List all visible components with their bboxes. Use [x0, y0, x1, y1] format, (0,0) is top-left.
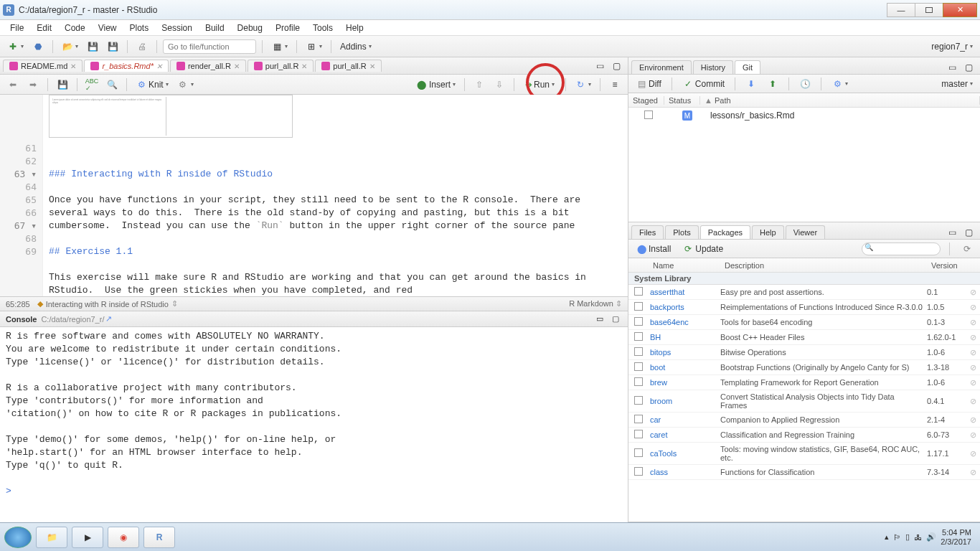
- media-task[interactable]: ▶: [72, 527, 103, 548]
- package-row[interactable]: assertthatEasy pre and post assertions.0…: [628, 285, 980, 300]
- env-minimize-icon[interactable]: ▭: [946, 61, 959, 74]
- console-wd-icon[interactable]: ↗: [105, 314, 112, 324]
- package-name[interactable]: BH: [649, 333, 720, 342]
- remove-icon[interactable]: ⊘: [966, 363, 980, 372]
- tray-expand-icon[interactable]: ▴: [885, 532, 889, 542]
- refresh-button[interactable]: ⟳: [958, 242, 976, 256]
- tab-readme-md[interactable]: README.md✕: [3, 60, 83, 72]
- menu-help[interactable]: Help: [340, 22, 369, 34]
- package-row[interactable]: caToolsTools: moving window statistics, …: [628, 443, 980, 465]
- package-row[interactable]: backportsReimplementations of Functions …: [628, 300, 980, 315]
- close-icon[interactable]: ✕: [301, 62, 307, 70]
- menu-view[interactable]: View: [93, 22, 123, 34]
- menu-tools[interactable]: Tools: [307, 22, 339, 34]
- push-button[interactable]: ⬆: [764, 77, 781, 91]
- run-button[interactable]: ➔Run ▾: [520, 77, 560, 92]
- package-name[interactable]: boot: [649, 363, 720, 372]
- addins-menu[interactable]: Addins ▾: [337, 40, 374, 53]
- package-checkbox[interactable]: [634, 317, 643, 326]
- file-mode[interactable]: R Markdown: [569, 299, 613, 308]
- tab-plots[interactable]: Plots: [665, 225, 698, 239]
- chrome-task[interactable]: ◉: [108, 527, 139, 548]
- close-icon[interactable]: ✕: [70, 62, 76, 70]
- panes-button[interactable]: ⊞▾: [303, 39, 325, 54]
- tray-battery-icon[interactable]: ▯: [905, 532, 910, 542]
- package-checkbox[interactable]: [634, 448, 643, 457]
- grid-button[interactable]: ▦▾: [268, 39, 291, 54]
- rstudio-task[interactable]: R: [143, 527, 175, 548]
- package-row[interactable]: bitopsBitwise Operations1.0-6⊘: [628, 345, 980, 360]
- package-row[interactable]: BHBoost C++ Header Files1.62.0-1⊘: [628, 330, 980, 345]
- update-button[interactable]: ⟳Update: [679, 242, 726, 256]
- menu-build[interactable]: Build: [199, 22, 230, 34]
- stage-checkbox[interactable]: [644, 110, 653, 119]
- menu-file[interactable]: File: [4, 22, 29, 34]
- package-name[interactable]: caret: [649, 430, 720, 439]
- source-maximize-icon[interactable]: ▢: [610, 60, 623, 72]
- remove-icon[interactable]: ⊘: [966, 397, 980, 406]
- close-icon[interactable]: ✕: [369, 62, 375, 70]
- package-name[interactable]: brew: [649, 378, 720, 387]
- remove-icon[interactable]: ⊘: [966, 449, 980, 458]
- remove-icon[interactable]: ⊘: [966, 348, 980, 357]
- knit-options-button[interactable]: ⚙▾: [174, 77, 197, 92]
- close-icon[interactable]: ✕: [234, 62, 240, 70]
- package-row[interactable]: base64encTools for base64 encoding0.1-3⊘: [628, 315, 980, 330]
- tray-flag-icon[interactable]: 🏳: [893, 533, 901, 542]
- console-body[interactable]: R is free software and comes with ABSOLU…: [0, 327, 628, 522]
- forward-button[interactable]: ➡: [24, 77, 42, 92]
- console-maximize-icon[interactable]: ▢: [609, 313, 622, 325]
- env-maximize-icon[interactable]: ▢: [962, 61, 976, 74]
- find-button[interactable]: 🔍: [103, 77, 121, 92]
- menu-session[interactable]: Session: [156, 22, 198, 34]
- package-name[interactable]: base64enc: [649, 318, 720, 326]
- code-editor[interactable]: Lorem ipsum dolor sit amet consectetur a…: [0, 95, 628, 296]
- tray-network-icon[interactable]: 🖧: [914, 533, 922, 542]
- package-checkbox[interactable]: [634, 467, 643, 476]
- save-button[interactable]: 💾: [84, 39, 101, 54]
- knit-button[interactable]: ⚙Knit ▾: [133, 77, 171, 92]
- package-checkbox[interactable]: [634, 362, 643, 371]
- start-button[interactable]: [4, 527, 32, 548]
- remove-icon[interactable]: ⊘: [966, 333, 980, 342]
- project-menu[interactable]: region7_r ▾: [928, 40, 976, 53]
- remove-icon[interactable]: ⊘: [966, 303, 980, 312]
- package-checkbox[interactable]: [634, 430, 643, 438]
- history-button[interactable]: 🕓: [796, 77, 814, 91]
- packages-list[interactable]: System LibraryassertthatEasy pre and pos…: [628, 273, 980, 522]
- tab-environment[interactable]: Environment: [631, 60, 692, 74]
- tab-packages[interactable]: Packages: [700, 225, 750, 239]
- tab-render-all-r[interactable]: render_all.R✕: [170, 60, 246, 72]
- package-row[interactable]: bootBootstrap Functions (Originally by A…: [628, 360, 980, 375]
- section-name[interactable]: Interacting with R inside of RStudio: [46, 300, 169, 309]
- package-name[interactable]: backports: [649, 303, 720, 311]
- tab-files[interactable]: Files: [631, 225, 664, 239]
- publish-button[interactable]: ↻▾: [572, 77, 594, 92]
- system-clock[interactable]: 5:04 PM 2/3/2017: [941, 528, 976, 547]
- tray-volume-icon[interactable]: 🔊: [926, 532, 936, 542]
- package-checkbox[interactable]: [634, 287, 643, 296]
- package-row[interactable]: carCompanion to Applied Regression2.1-4⊘: [628, 413, 980, 428]
- explorer-task[interactable]: 📁: [36, 527, 67, 548]
- diff-button[interactable]: ▤Diff: [633, 77, 664, 91]
- menu-plots[interactable]: Plots: [124, 22, 155, 34]
- tab-viewer[interactable]: Viewer: [786, 225, 825, 239]
- remove-icon[interactable]: ⊘: [966, 288, 980, 297]
- spellcheck-button[interactable]: ABC✓: [83, 77, 100, 92]
- console-minimize-icon[interactable]: ▭: [593, 313, 606, 325]
- package-name[interactable]: bitops: [649, 348, 720, 357]
- back-button[interactable]: ⬅: [4, 77, 22, 92]
- package-checkbox[interactable]: [634, 347, 643, 356]
- more-button[interactable]: ⚙▾: [829, 77, 851, 91]
- pkg-minimize-icon[interactable]: ▭: [946, 226, 959, 239]
- prev-chunk-button[interactable]: ⇧: [471, 77, 488, 92]
- menu-code[interactable]: Code: [59, 22, 91, 34]
- package-name[interactable]: class: [649, 468, 720, 476]
- package-row[interactable]: caretClassification and Regression Train…: [628, 428, 980, 443]
- package-checkbox[interactable]: [634, 302, 643, 311]
- commit-button[interactable]: ✓Commit: [679, 77, 727, 91]
- package-row[interactable]: brewTemplating Framework for Report Gene…: [628, 375, 980, 390]
- package-checkbox[interactable]: [634, 396, 643, 405]
- package-name[interactable]: car: [649, 415, 720, 424]
- tab-r-basics-rmd-[interactable]: r_basics.Rmd*✕: [84, 60, 169, 72]
